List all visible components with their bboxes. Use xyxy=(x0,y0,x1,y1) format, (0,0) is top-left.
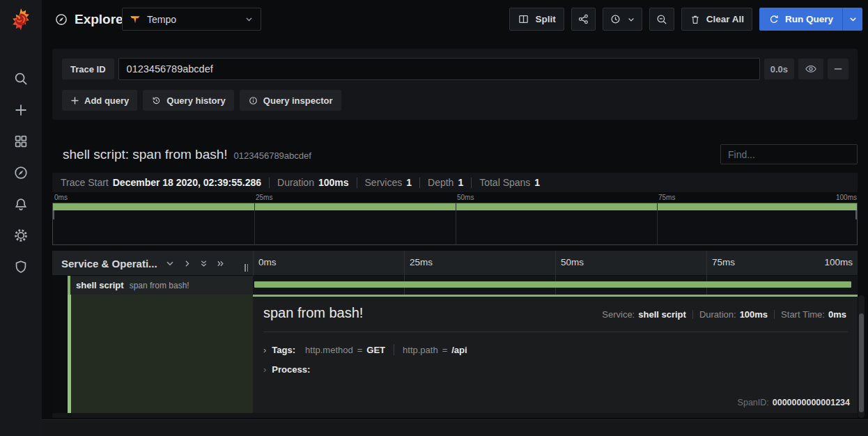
span-detail-title[interactable]: span from bash! xyxy=(263,305,363,321)
zoom-out-button[interactable] xyxy=(649,8,674,31)
trace-timeline-minimap[interactable] xyxy=(52,203,858,245)
duration-value: 100ms xyxy=(740,309,768,320)
explore-compass-icon[interactable] xyxy=(13,164,29,181)
query-history-button[interactable]: Query history xyxy=(143,90,234,111)
left-sidebar xyxy=(0,0,42,436)
grafana-logo[interactable] xyxy=(8,6,33,33)
split-button[interactable]: Split xyxy=(509,8,564,31)
services-value: 1 xyxy=(406,177,412,188)
sort-chevron-down-icon[interactable] xyxy=(165,258,175,268)
span-row[interactable]: shell script span from bash! xyxy=(52,276,858,295)
span-service-name: shell script xyxy=(76,280,124,290)
service-label: Service: xyxy=(602,309,635,320)
remove-query-button[interactable] xyxy=(828,59,848,79)
query-editor-panel: Trace ID 0.0s Add query Query history xyxy=(52,49,858,120)
chevron-down-icon xyxy=(245,15,254,24)
process-expander-row[interactable]: › Process: xyxy=(263,364,858,375)
zoom-out-icon xyxy=(656,13,668,26)
search-icon[interactable] xyxy=(13,70,29,87)
row-indent-gutter xyxy=(52,276,68,295)
double-chevron-right-icon[interactable] xyxy=(216,259,225,268)
share-button[interactable] xyxy=(571,8,596,31)
timeline-gridline xyxy=(555,251,556,276)
explore-breadcrumb[interactable]: Explore xyxy=(54,0,123,38)
span-timeline-cell xyxy=(253,276,858,295)
minimap-gridline xyxy=(254,203,255,244)
total-spans-value: 1 xyxy=(534,177,540,188)
trace-id-short: 0123456789abcdef xyxy=(234,150,311,161)
span-detail-region: span from bash! Service: shell script Du… xyxy=(52,295,858,413)
divider xyxy=(357,178,357,188)
create-plus-icon[interactable] xyxy=(13,102,29,118)
span-id: SpanID:0000000000001234 xyxy=(738,398,850,407)
trace-id-input[interactable] xyxy=(118,58,760,80)
column-resize-grip[interactable] xyxy=(245,264,248,272)
scrollbar-thumb[interactable] xyxy=(859,313,864,412)
minimap-tick: 100ms xyxy=(836,194,857,201)
span-table-header: Service & Operati... 0ms 25ms 50ms 75ms xyxy=(52,251,858,276)
query-elapsed-badge: 0.0s xyxy=(764,59,794,79)
history-icon xyxy=(151,95,162,106)
eye-icon xyxy=(805,63,817,75)
datasource-picker[interactable]: Tempo xyxy=(122,8,261,31)
dashboards-grid-icon[interactable] xyxy=(13,133,29,150)
span-detail-meta: Service: shell script Duration: 100ms St… xyxy=(602,305,846,320)
run-query-button[interactable]: Run Query xyxy=(759,8,842,31)
settings-gear-icon[interactable] xyxy=(13,227,29,244)
divider xyxy=(419,178,420,188)
toggle-visibility-button[interactable] xyxy=(798,59,823,79)
chevron-right-icon[interactable] xyxy=(183,259,192,268)
time-picker-button[interactable] xyxy=(603,8,642,31)
find-input[interactable] xyxy=(720,144,858,164)
double-chevron-down-icon[interactable] xyxy=(199,259,208,268)
minimap-span-bar xyxy=(53,203,857,210)
add-query-button[interactable]: Add query xyxy=(62,90,137,111)
detail-divider xyxy=(263,332,848,332)
depth-value: 1 xyxy=(458,177,463,188)
trace-title-text: shell script: span from bash! xyxy=(63,147,228,162)
tag-value: /api xyxy=(451,345,467,355)
add-query-label: Add query xyxy=(84,95,129,106)
split-columns-icon xyxy=(518,13,529,25)
trace-summary-bar: Trace Start December 18 2020, 02:39:55.2… xyxy=(52,173,858,192)
timeline-header: 0ms 25ms 50ms 75ms 100ms xyxy=(253,251,858,276)
selected-span-name-column[interactable] xyxy=(68,295,253,413)
divider xyxy=(471,178,472,188)
divider xyxy=(394,344,394,355)
alerting-bell-icon[interactable] xyxy=(13,196,29,212)
total-spans-label: Total Spans xyxy=(479,177,530,188)
run-query-label: Run Query xyxy=(785,14,833,24)
tags-expander-row[interactable]: › Tags: http.method = GET http.path = /a… xyxy=(263,344,858,355)
minimap-tick: 25ms xyxy=(256,194,272,201)
run-query-split-button: Run Query xyxy=(759,8,862,31)
run-query-caret[interactable] xyxy=(842,8,862,31)
divider xyxy=(269,178,270,188)
tag-equals: = xyxy=(357,345,363,355)
divider xyxy=(774,310,775,319)
refresh-icon xyxy=(768,14,780,25)
duration-label: Duration: xyxy=(699,309,736,320)
duration-value: 100ms xyxy=(318,177,349,188)
tag-equals: = xyxy=(442,345,448,355)
chevron-right-icon: › xyxy=(263,345,266,355)
minimap-right-handle[interactable] xyxy=(855,210,857,219)
services-label: Services xyxy=(365,177,403,188)
minimap-left-handle[interactable] xyxy=(53,210,54,219)
minimap-tick: 50ms xyxy=(457,194,474,201)
tags-label: Tags: xyxy=(272,345,295,355)
minus-icon xyxy=(832,63,844,75)
span-name-cell[interactable]: shell script span from bash! xyxy=(68,276,253,295)
clear-all-button[interactable]: Clear All xyxy=(681,8,752,31)
trace-start-value: December 18 2020, 02:39:55.286 xyxy=(113,177,261,188)
span-duration-bar[interactable] xyxy=(254,281,851,288)
timeline-gridline xyxy=(706,251,707,276)
chevron-right-icon: › xyxy=(263,364,266,375)
tag-key: http.method xyxy=(305,345,353,355)
trace-title: shell script: span from bash! 0123456789… xyxy=(63,147,311,162)
minimap-gridline xyxy=(456,203,456,244)
admin-shield-icon[interactable] xyxy=(13,258,29,275)
query-inspector-button[interactable]: Query inspector xyxy=(240,90,341,111)
timeline-tick: 75ms xyxy=(712,257,735,267)
start-time-value: 0ms xyxy=(828,309,846,320)
duration-label: Duration xyxy=(277,177,314,188)
